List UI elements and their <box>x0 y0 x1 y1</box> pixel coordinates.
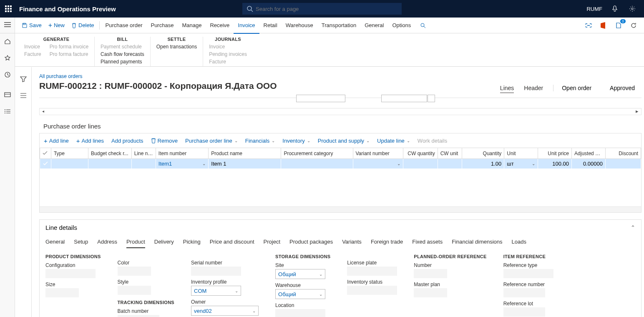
fld-invstatus[interactable] <box>347 286 397 295</box>
col-cwqty[interactable]: CW quantity <box>403 148 438 159</box>
tab-warehouse[interactable]: Warehouse <box>282 18 317 33</box>
col-unit[interactable]: Unit <box>504 148 538 159</box>
tab-retail[interactable]: Retail <box>259 18 282 33</box>
header-field-2[interactable] <box>381 95 427 102</box>
app-launcher-icon[interactable] <box>0 5 17 12</box>
list-icon[interactable] <box>4 108 11 115</box>
filter-icon[interactable] <box>20 76 27 83</box>
breadcrumb[interactable]: All purchase orders <box>39 73 82 79</box>
fld-size[interactable] <box>45 288 79 297</box>
inventory-menu[interactable]: Inventory⌄ <box>282 138 310 144</box>
cell-qty[interactable]: 1.00 <box>462 159 504 169</box>
ld-tab-product[interactable]: Product <box>126 239 145 248</box>
cell-discount[interactable] <box>605 159 641 169</box>
ld-tab-packages[interactable]: Product packages <box>289 239 333 248</box>
ld-tab-setup[interactable]: Setup <box>74 239 88 248</box>
fld-refnum[interactable] <box>503 288 545 297</box>
chevron-up-icon[interactable]: ⌃ <box>631 224 635 231</box>
ld-tab-findim[interactable]: Financial dimensions <box>452 239 502 248</box>
product-supply-menu[interactable]: Product and supply⌄ <box>318 138 370 144</box>
col-unitprice[interactable]: Unit price <box>538 148 572 159</box>
fld-owner[interactable]: vend02⌄ <box>191 306 259 316</box>
star-icon[interactable] <box>4 54 11 62</box>
cell-budget[interactable] <box>88 159 132 169</box>
ld-tab-picking[interactable]: Picking <box>183 239 201 248</box>
col-variant[interactable]: Variant number <box>353 148 403 159</box>
cell-unitprice[interactable]: 100.00 <box>538 159 572 169</box>
grid-hscroll[interactable] <box>40 206 641 212</box>
workspace-icon[interactable] <box>4 91 11 98</box>
cell-type[interactable] <box>51 159 88 169</box>
view-lines[interactable]: Lines <box>500 85 514 91</box>
remove[interactable]: Remove <box>151 138 178 144</box>
fld-style[interactable] <box>118 286 151 295</box>
ld-tab-price[interactable]: Price and discount <box>210 239 254 248</box>
col-adjprice[interactable]: Adjusted unit p... <box>572 148 606 159</box>
col-product[interactable]: Product name <box>209 148 281 159</box>
link-icon[interactable] <box>584 21 593 30</box>
hscroll-hint[interactable]: ◂▸ <box>39 108 641 115</box>
tab-receive[interactable]: Receive <box>206 18 234 33</box>
fld-invprofile[interactable]: COM⌄ <box>191 286 241 296</box>
po-line-menu[interactable]: Purchase order line⌄ <box>185 138 238 144</box>
view-header[interactable]: Header <box>524 85 543 91</box>
fld-masterplan[interactable] <box>414 288 447 297</box>
cell-adjprice[interactable]: 0.00000 <box>572 159 606 169</box>
proforma-invoice[interactable]: Pro forma invoice <box>50 43 88 50</box>
search-input[interactable] <box>242 3 402 15</box>
generate-invoice[interactable]: Invoice <box>24 43 41 50</box>
fld-license[interactable] <box>347 267 397 276</box>
cell-linenum[interactable] <box>131 159 156 169</box>
home-icon[interactable] <box>4 38 11 45</box>
add-line[interactable]: +Add line <box>44 137 69 144</box>
tab-purchase[interactable]: Purchase <box>146 18 178 33</box>
clock-icon[interactable] <box>4 71 11 78</box>
fld-serial[interactable] <box>191 267 241 276</box>
fld-reftype[interactable] <box>503 269 553 278</box>
ld-tab-delivery[interactable]: Delivery <box>154 239 174 248</box>
financials-menu[interactable]: Financials⌄ <box>245 138 275 144</box>
refresh-icon[interactable] <box>629 21 638 30</box>
open-transactions[interactable]: Open transactions <box>156 43 197 50</box>
generate-facture[interactable]: Facture <box>24 51 41 58</box>
col-item[interactable]: Item number <box>156 148 208 159</box>
journals-pending[interactable]: Pending invoices <box>209 51 247 58</box>
cashflow-forecasts[interactable]: Cash flow forecasts <box>101 51 144 58</box>
fld-batch[interactable] <box>118 315 159 317</box>
fld-reflot[interactable] <box>503 307 545 317</box>
tab-purchase-order[interactable]: Purchase order <box>101 18 147 33</box>
cell-cwunit[interactable] <box>438 159 462 169</box>
cell-unit[interactable]: шт⌄ <box>504 159 538 169</box>
col-procurement[interactable]: Procurement category <box>281 148 353 159</box>
ld-tab-fixed[interactable]: Fixed assets <box>412 239 443 248</box>
gear-icon[interactable] <box>627 4 637 14</box>
user-label[interactable]: RUMF <box>586 6 602 12</box>
ld-tab-address[interactable]: Address <box>97 239 117 248</box>
row-select[interactable] <box>40 159 51 169</box>
cell-cwqty[interactable] <box>403 159 438 169</box>
tab-general[interactable]: General <box>360 18 388 33</box>
tab-transportation[interactable]: Transportation <box>317 18 360 33</box>
save-button[interactable]: Save <box>18 18 45 33</box>
header-field-1[interactable] <box>296 95 345 102</box>
fld-warehouse[interactable]: Общий⌄ <box>275 289 325 299</box>
cell-variant[interactable]: ⌄ <box>353 159 403 169</box>
col-budget[interactable]: Budget check r... <box>88 148 132 159</box>
proforma-facture[interactable]: Pro forma facture <box>50 51 88 58</box>
header-field-2-dd[interactable] <box>428 95 435 102</box>
col-cwunit[interactable]: CW unit <box>438 148 462 159</box>
attachments-icon[interactable] <box>614 21 623 30</box>
collapse-icon[interactable] <box>20 93 27 100</box>
ld-tab-variants[interactable]: Variants <box>342 239 362 248</box>
new-button[interactable]: +New <box>45 18 68 33</box>
ld-tab-foreign[interactable]: Foreign trade <box>371 239 403 248</box>
ld-tab-loads[interactable]: Loads <box>512 239 526 248</box>
hdr-select[interactable] <box>40 148 51 159</box>
fld-location[interactable] <box>275 309 325 317</box>
col-type[interactable]: Type <box>51 148 88 159</box>
fld-config[interactable] <box>45 269 96 278</box>
cell-procurement[interactable] <box>281 159 353 169</box>
bell-icon[interactable] <box>610 4 620 14</box>
update-line-menu[interactable]: Update line⌄ <box>377 138 410 144</box>
office-icon[interactable] <box>599 21 608 30</box>
